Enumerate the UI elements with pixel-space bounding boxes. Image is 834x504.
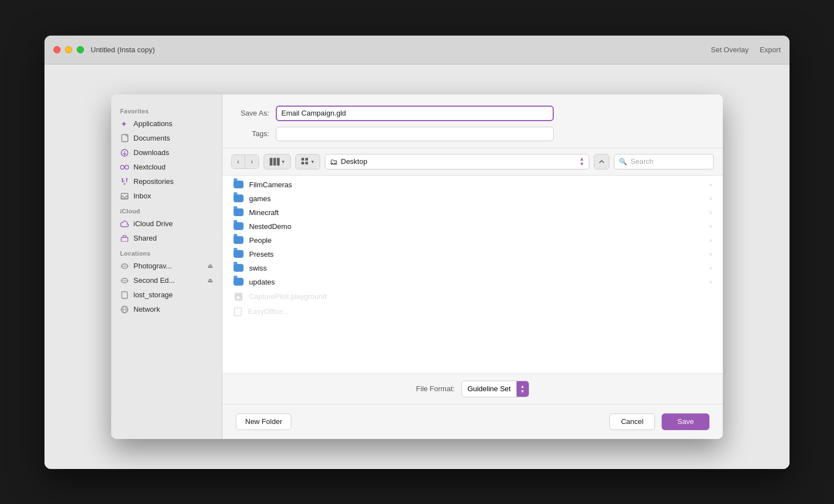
close-button[interactable] — [53, 46, 61, 53]
search-placeholder: Search — [631, 157, 653, 166]
playground-icon: ▶ — [234, 292, 244, 302]
chevron-right-icon: › — [710, 251, 712, 257]
chevron-right-icon: › — [710, 279, 712, 285]
sidebar-item-lost-storage[interactable]: lost_storage — [111, 288, 222, 302]
dialog-header: Save As: Tags: — [222, 94, 723, 148]
titlebar-actions: Set Overlay Export — [711, 46, 781, 54]
file-toolbar: ‹ › ▾ — [222, 148, 723, 176]
nextcloud-label: Nextcloud — [133, 163, 166, 171]
sidebar-item-documents[interactable]: Documents — [111, 131, 222, 146]
applications-icon: ✦ — [120, 119, 129, 128]
folder-icon — [234, 250, 244, 258]
svg-point-6 — [126, 178, 128, 179]
back-button[interactable]: ‹ — [232, 155, 245, 168]
file-item-name: games — [249, 194, 704, 203]
main-panel: Save As: Tags: ‹ › — [222, 94, 723, 439]
folder-icon — [234, 208, 244, 216]
tags-input[interactable] — [276, 127, 554, 141]
set-overlay-button[interactable]: Set Overlay — [711, 46, 749, 54]
minimize-button[interactable] — [65, 46, 72, 53]
shared-icon — [120, 234, 129, 243]
list-item[interactable]: games › — [222, 192, 723, 206]
sidebar-item-downloads[interactable]: Downloads — [111, 146, 222, 160]
save-as-input[interactable] — [276, 106, 554, 121]
save-as-label: Save As: — [236, 109, 269, 117]
locations-header: Locations — [111, 246, 222, 259]
tags-row: Tags: — [236, 127, 709, 141]
sidebar-item-icloud-drive[interactable]: iCloud Drive — [111, 217, 222, 231]
downloads-icon — [120, 148, 129, 157]
location-bar[interactable]: 🗂 Desktop ▲▼ — [325, 154, 589, 169]
column-view-icon — [270, 158, 280, 166]
icloud-header: iCloud — [111, 203, 222, 217]
sidebar-item-repositories[interactable]: Repositories — [111, 174, 222, 189]
svg-point-4 — [125, 165, 129, 169]
repositories-label: Repositories — [133, 177, 173, 186]
list-item[interactable]: updates › — [222, 275, 723, 289]
folder-icon — [234, 181, 244, 188]
tags-label: Tags: — [236, 129, 269, 138]
drive-icon-1 — [120, 262, 129, 271]
file-icon-2 — [234, 307, 242, 316]
grid-view-chevron: ▾ — [311, 159, 314, 164]
new-folder-button[interactable]: New Folder — [236, 413, 291, 430]
inbox-label: Inbox — [133, 192, 151, 200]
grid-view-button[interactable]: ▾ — [295, 154, 320, 169]
photograv-eject-icon[interactable]: ⏏ — [207, 262, 213, 270]
list-item[interactable]: People › — [222, 233, 723, 247]
file-format-label: File Format: — [416, 385, 454, 393]
export-button[interactable]: Export — [759, 46, 781, 54]
second-ed-eject-icon[interactable]: ⏏ — [207, 277, 213, 284]
forward-button[interactable]: › — [245, 155, 259, 168]
icloud-drive-label: iCloud Drive — [133, 219, 173, 228]
chevron-right-icon: › — [710, 182, 712, 188]
list-item[interactable]: swiss › — [222, 261, 723, 275]
svg-rect-20 — [277, 158, 280, 166]
lost-storage-label: lost_storage — [133, 291, 173, 299]
svg-point-3 — [121, 165, 125, 169]
expand-button[interactable] — [594, 154, 609, 169]
svg-rect-27 — [235, 308, 241, 316]
folder-icon — [234, 264, 244, 272]
file-item-name: updates — [249, 278, 704, 286]
svg-text:▶: ▶ — [237, 295, 241, 300]
svg-point-7 — [124, 183, 126, 184]
svg-rect-22 — [305, 158, 308, 161]
search-bar[interactable]: 🔍 Search — [614, 154, 714, 169]
favorites-header: Favorites — [111, 103, 222, 117]
maximize-button[interactable] — [77, 46, 84, 53]
network-label: Network — [133, 305, 160, 313]
file-icon — [120, 291, 129, 300]
save-button[interactable]: Save — [662, 413, 709, 430]
sidebar-item-applications[interactable]: ✦ Applications — [111, 117, 222, 131]
list-item[interactable]: FilmCameras › — [222, 178, 723, 192]
file-item-name: People — [249, 236, 704, 244]
sidebar-item-inbox[interactable]: Inbox — [111, 189, 222, 203]
svg-rect-24 — [305, 162, 308, 164]
sidebar-item-shared[interactable]: Shared — [111, 231, 222, 246]
sidebar-item-second-ed[interactable]: Second Ed... ⏏ — [111, 273, 222, 288]
svg-text:✦: ✦ — [121, 119, 127, 128]
file-item-name: swiss — [249, 264, 704, 272]
sidebar-item-photograv[interactable]: Photograv... ⏏ — [111, 259, 222, 273]
window-title: Untitled (Insta copy) — [91, 46, 711, 54]
list-item[interactable]: Minecraft › — [222, 206, 723, 219]
sidebar-item-nextcloud[interactable]: Nextcloud — [111, 160, 222, 174]
list-item[interactable]: NestedDemo › — [222, 219, 723, 233]
folder-icon — [234, 194, 244, 202]
list-item: EasyOffice... — [222, 305, 723, 319]
footer-right: Cancel Save — [609, 413, 709, 430]
sidebar-item-network[interactable]: Network — [111, 302, 222, 317]
file-format-select[interactable]: Guideline Set ▲▼ — [461, 381, 529, 397]
list-item[interactable]: Presets › — [222, 247, 723, 261]
file-item-name: CapturePilot.playground — [249, 292, 712, 301]
svg-rect-18 — [270, 158, 272, 166]
column-view-button[interactable]: ▾ — [264, 154, 291, 169]
location-stepper[interactable]: ▲▼ — [579, 157, 584, 167]
chevron-right-icon: › — [710, 265, 712, 271]
format-stepper-icon[interactable]: ▲▼ — [517, 381, 529, 397]
applications-label: Applications — [133, 119, 172, 128]
file-item-name: Presets — [249, 250, 704, 258]
save-dialog: Favorites ✦ Applications — [111, 94, 723, 439]
cancel-button[interactable]: Cancel — [609, 413, 655, 430]
